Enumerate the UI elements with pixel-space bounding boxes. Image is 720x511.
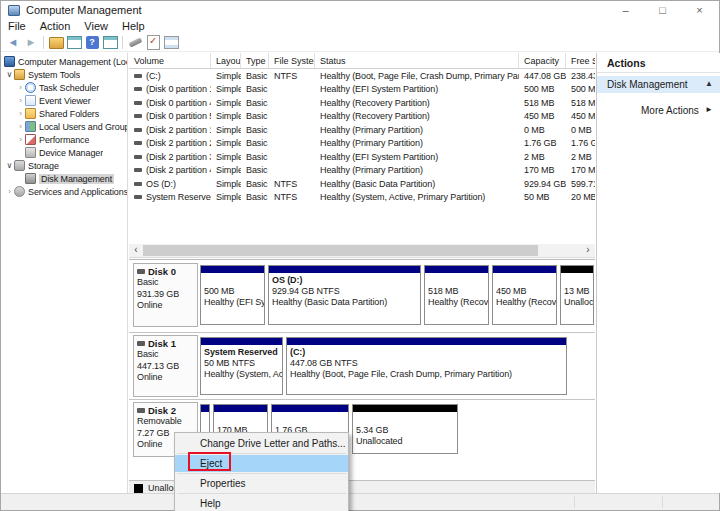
expanded-expander-icon[interactable]: ∨ <box>5 161 14 170</box>
sidebar-item-event-viewer[interactable]: ›Event Viewer <box>1 94 127 107</box>
table-row[interactable]: (Disk 0 partition 5)SimpleBasicHealthy (… <box>129 110 595 124</box>
table-cell: Simple <box>211 125 241 135</box>
collapsed-expander-icon[interactable]: › <box>16 109 25 118</box>
local-users-icon <box>25 121 36 132</box>
unallocated-partition[interactable]: 13 MBUnallocated <box>560 265 594 325</box>
sidebar-item-task-scheduler[interactable]: ›Task Scheduler <box>1 81 127 94</box>
table-cell: 170 MB <box>566 165 595 175</box>
table-row[interactable]: (Disk 2 partition 4)SimpleBasicHealthy (… <box>129 164 595 178</box>
expand-submenu-icon: ► <box>705 105 713 114</box>
check-document-icon[interactable] <box>145 35 161 50</box>
column-header-type[interactable]: Type <box>241 53 269 68</box>
cell-text: Simple <box>216 111 241 121</box>
back-icon[interactable] <box>5 35 21 50</box>
sidebar-item-shared-folders[interactable]: ›Shared Folders <box>1 107 127 120</box>
context-menu-item-properties[interactable]: Properties <box>175 475 348 492</box>
show-console-tree-icon[interactable] <box>66 35 82 50</box>
table-row[interactable]: System ReservedSimpleBasicNTFSHealthy (S… <box>129 191 595 205</box>
partition-state: Healthy (System, Active, Primary Partiti… <box>204 369 279 380</box>
forward-icon[interactable] <box>23 35 39 50</box>
table-cell: 518 MB <box>519 98 566 108</box>
column-header-layout[interactable]: Layout <box>211 53 241 68</box>
column-header-free-space[interactable]: Free Space <box>566 53 595 68</box>
partition-info: (C:)447.08 GB NTFSHealthy (Boot, Page Fi… <box>287 345 566 380</box>
table-row[interactable]: (Disk 2 partition 3)SimpleBasicHealthy (… <box>129 150 595 164</box>
table-row[interactable]: (Disk 0 partition 4)SimpleBasicHealthy (… <box>129 96 595 110</box>
table-row[interactable]: (Disk 0 partition 1)SimpleBasicHealthy (… <box>129 83 595 97</box>
collapsed-expander-icon[interactable]: › <box>16 122 25 131</box>
partition-state: Healthy (Recovery Partition) <box>428 297 485 308</box>
column-header-status[interactable]: Status <box>315 53 519 68</box>
sidebar-item-label: Local Users and Groups <box>39 122 127 132</box>
partition[interactable]: System Reserved50 MB NTFSHealthy (System… <box>200 337 283 395</box>
disk-label-disk-1[interactable]: Disk 1Basic447.13 GBOnline <box>133 335 198 397</box>
collapse-icon[interactable]: ▲ <box>705 79 713 88</box>
table-row[interactable]: (Disk 2 partition 1)SimpleBasicHealthy (… <box>129 123 595 137</box>
up-folder-icon[interactable] <box>48 35 64 50</box>
partition[interactable]: 500 MBHealthy (EFI System Partition) <box>200 265 265 325</box>
volume-icon <box>134 87 142 91</box>
minimize-button[interactable]: – <box>607 1 644 20</box>
disk-icon <box>137 341 145 346</box>
disk-label-disk-0[interactable]: Disk 0Basic931.39 GBOnline <box>133 263 198 327</box>
unallocated-partition[interactable]: 5.34 GBUnallocated <box>352 404 458 454</box>
partition-color-bar <box>272 405 348 412</box>
disk-row-divider <box>129 399 595 400</box>
help-icon[interactable] <box>84 35 100 50</box>
collapsed-expander-icon[interactable]: › <box>16 96 25 105</box>
close-button[interactable]: × <box>681 1 718 20</box>
menu-file[interactable]: File <box>1 20 33 33</box>
menu-bar: FileActionViewHelp <box>1 20 719 33</box>
computer-management-window: Computer Management –□× FileActionViewHe… <box>0 0 720 511</box>
menu-action[interactable]: Action <box>33 20 78 33</box>
more-actions-label: More Actions <box>641 105 699 116</box>
collapsed-expander-icon[interactable]: › <box>5 187 14 196</box>
sidebar-item-device-manager[interactable]: Device Manager <box>1 146 127 159</box>
context-menu-item-help[interactable]: Help <box>175 495 348 511</box>
table-cell: Healthy (Boot, Page File, Crash Dump, Pr… <box>315 71 519 81</box>
table-row[interactable]: (Disk 2 partition 2)SimpleBasicHealthy (… <box>129 137 595 151</box>
table-row[interactable]: OS (D:)SimpleBasicNTFSHealthy (Basic Dat… <box>129 177 595 191</box>
column-header-capacity[interactable]: Capacity <box>519 53 566 68</box>
sidebar-item-system-tools[interactable]: ∨System Tools <box>1 68 127 81</box>
collapsed-expander-icon[interactable]: › <box>16 135 25 144</box>
scroll-left-icon[interactable]: ‹ <box>129 244 143 257</box>
column-header-file-system[interactable]: File System <box>269 53 315 68</box>
table-cell: Healthy (System, Active, Primary Partiti… <box>315 192 519 202</box>
collapsed-expander-icon[interactable]: › <box>16 83 25 92</box>
context-menu-item-change-drive-letter-and-paths[interactable]: Change Drive Letter and Paths... <box>175 435 348 452</box>
menu-help[interactable]: Help <box>115 20 152 33</box>
sidebar-item-computer-management-local[interactable]: Computer Management (Local <box>1 55 127 68</box>
actions-group-disk-management[interactable]: Disk Management ▲ <box>597 76 720 93</box>
partition[interactable]: OS (D:)929.94 GB NTFSHealthy (Basic Data… <box>268 265 421 325</box>
maximize-button[interactable]: □ <box>644 1 681 20</box>
expanded-expander-icon[interactable]: ∨ <box>5 70 14 79</box>
table-cell: 20 MB <box>566 192 595 202</box>
scroll-right-icon[interactable]: › <box>581 244 595 257</box>
window-controls: –□× <box>607 1 718 20</box>
more-actions-item[interactable]: More Actions ► <box>597 102 720 118</box>
sidebar-item-disk-management[interactable]: Disk Management <box>1 172 127 185</box>
shared-folders-icon <box>25 108 36 119</box>
scrollbar-thumb[interactable] <box>143 245 538 256</box>
disk-icon <box>137 408 145 413</box>
table-cell: (Disk 2 partition 4) <box>129 165 211 175</box>
column-header-volume[interactable]: Volume <box>129 53 211 68</box>
table-cell: 238.43 GB <box>566 71 595 81</box>
partition-color-bar <box>425 266 488 273</box>
performance-icon <box>25 134 36 145</box>
sidebar-item-local-users-and-groups[interactable]: ›Local Users and Groups <box>1 120 127 133</box>
partition[interactable]: (C:)447.08 GB NTFSHealthy (Boot, Page Fi… <box>286 337 567 395</box>
partition[interactable]: 450 MBHealthy (Recovery Partition) <box>492 265 557 325</box>
table-row[interactable]: (C:)SimpleBasicNTFSHealthy (Boot, Page F… <box>129 69 595 83</box>
partition[interactable]: 518 MBHealthy (Recovery Partition) <box>424 265 489 325</box>
show-action-pane-icon[interactable] <box>102 35 118 50</box>
sidebar-item-services-and-applications[interactable]: ›Services and Applications <box>1 185 127 198</box>
sidebar-item-storage[interactable]: ∨Storage <box>1 159 127 172</box>
menu-view[interactable]: View <box>77 20 115 33</box>
horizontal-scrollbar[interactable]: ‹ › <box>129 244 595 258</box>
properties-icon[interactable] <box>163 35 179 50</box>
sidebar-item-performance[interactable]: ›Performance <box>1 133 127 146</box>
cell-text: System Reserved <box>146 192 211 202</box>
disk-tool-icon[interactable] <box>127 35 143 50</box>
